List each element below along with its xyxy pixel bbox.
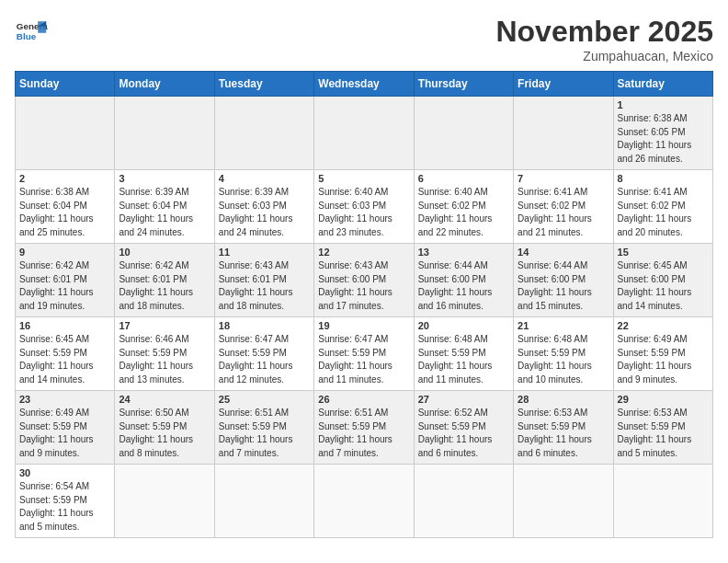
calendar-cell: 19Sunrise: 6:47 AMSunset: 5:59 PMDayligh… bbox=[314, 317, 414, 391]
day-number: 24 bbox=[119, 394, 210, 405]
day-number: 6 bbox=[418, 173, 509, 184]
calendar-cell: 13Sunrise: 6:44 AMSunset: 6:00 PMDayligh… bbox=[414, 244, 513, 317]
calendar-cell: 29Sunrise: 6:53 AMSunset: 5:59 PMDayligh… bbox=[613, 391, 712, 465]
day-info: Sunrise: 6:51 AMSunset: 5:59 PMDaylight:… bbox=[318, 407, 409, 460]
day-number: 8 bbox=[618, 173, 709, 184]
page-header: General Blue November 2025 Zumpahuacan, … bbox=[15, 15, 713, 63]
calendar-cell: 12Sunrise: 6:43 AMSunset: 6:00 PMDayligh… bbox=[314, 244, 414, 317]
calendar-cell bbox=[514, 465, 613, 538]
day-number: 13 bbox=[418, 247, 509, 258]
day-number: 15 bbox=[618, 247, 709, 258]
day-number: 16 bbox=[19, 320, 110, 331]
calendar-cell: 7Sunrise: 6:41 AMSunset: 6:02 PMDaylight… bbox=[514, 170, 613, 244]
calendar-cell: 24Sunrise: 6:50 AMSunset: 5:59 PMDayligh… bbox=[115, 391, 214, 465]
day-number: 10 bbox=[119, 247, 210, 258]
day-number: 2 bbox=[19, 173, 110, 184]
day-info: Sunrise: 6:51 AMSunset: 5:59 PMDaylight:… bbox=[219, 407, 310, 460]
calendar-cell bbox=[414, 465, 513, 538]
day-number: 11 bbox=[219, 247, 310, 258]
calendar-cell: 22Sunrise: 6:49 AMSunset: 5:59 PMDayligh… bbox=[613, 317, 712, 391]
day-info: Sunrise: 6:49 AMSunset: 5:59 PMDaylight:… bbox=[19, 407, 110, 460]
calendar-cell: 11Sunrise: 6:43 AMSunset: 6:01 PMDayligh… bbox=[214, 244, 313, 317]
day-info: Sunrise: 6:38 AMSunset: 6:04 PMDaylight:… bbox=[19, 186, 110, 239]
calendar-cell: 16Sunrise: 6:45 AMSunset: 5:59 PMDayligh… bbox=[16, 317, 115, 391]
weekday-header: Friday bbox=[514, 72, 613, 97]
month-title: November 2025 bbox=[495, 15, 713, 49]
calendar-cell: 30Sunrise: 6:54 AMSunset: 5:59 PMDayligh… bbox=[16, 465, 115, 538]
calendar-cell: 15Sunrise: 6:45 AMSunset: 6:00 PMDayligh… bbox=[613, 244, 712, 317]
day-number: 5 bbox=[318, 173, 409, 184]
calendar-cell bbox=[214, 97, 313, 170]
calendar-table: SundayMondayTuesdayWednesdayThursdayFrid… bbox=[15, 71, 713, 538]
day-info: Sunrise: 6:40 AMSunset: 6:02 PMDaylight:… bbox=[418, 186, 509, 239]
calendar-cell bbox=[514, 97, 613, 170]
calendar-cell: 18Sunrise: 6:47 AMSunset: 5:59 PMDayligh… bbox=[214, 317, 313, 391]
day-number: 7 bbox=[518, 173, 609, 184]
day-number: 25 bbox=[219, 394, 310, 405]
calendar-cell: 28Sunrise: 6:53 AMSunset: 5:59 PMDayligh… bbox=[514, 391, 613, 465]
day-number: 23 bbox=[19, 394, 110, 405]
day-info: Sunrise: 6:45 AMSunset: 5:59 PMDaylight:… bbox=[19, 333, 110, 386]
calendar-cell: 3Sunrise: 6:39 AMSunset: 6:04 PMDaylight… bbox=[115, 170, 214, 244]
day-info: Sunrise: 6:43 AMSunset: 6:01 PMDaylight:… bbox=[219, 259, 310, 313]
weekday-header: Thursday bbox=[414, 72, 513, 97]
day-info: Sunrise: 6:46 AMSunset: 5:59 PMDaylight:… bbox=[119, 333, 210, 386]
day-info: Sunrise: 6:41 AMSunset: 6:02 PMDaylight:… bbox=[518, 186, 609, 239]
calendar-cell bbox=[115, 97, 214, 170]
calendar-cell: 6Sunrise: 6:40 AMSunset: 6:02 PMDaylight… bbox=[414, 170, 513, 244]
calendar-cell: 10Sunrise: 6:42 AMSunset: 6:01 PMDayligh… bbox=[115, 244, 214, 317]
calendar-cell: 9Sunrise: 6:42 AMSunset: 6:01 PMDaylight… bbox=[16, 244, 115, 317]
day-info: Sunrise: 6:53 AMSunset: 5:59 PMDaylight:… bbox=[518, 407, 609, 460]
day-info: Sunrise: 6:42 AMSunset: 6:01 PMDaylight:… bbox=[19, 259, 110, 313]
day-number: 21 bbox=[518, 320, 609, 331]
calendar-cell: 27Sunrise: 6:52 AMSunset: 5:59 PMDayligh… bbox=[414, 391, 513, 465]
weekday-header: Tuesday bbox=[214, 72, 313, 97]
calendar-cell: 25Sunrise: 6:51 AMSunset: 5:59 PMDayligh… bbox=[214, 391, 313, 465]
calendar-cell: 23Sunrise: 6:49 AMSunset: 5:59 PMDayligh… bbox=[16, 391, 115, 465]
day-info: Sunrise: 6:39 AMSunset: 6:03 PMDaylight:… bbox=[219, 186, 310, 239]
calendar-cell bbox=[314, 465, 414, 538]
title-block: November 2025 Zumpahuacan, Mexico bbox=[495, 15, 713, 63]
calendar-cell: 14Sunrise: 6:44 AMSunset: 6:00 PMDayligh… bbox=[514, 244, 613, 317]
calendar-cell bbox=[613, 465, 712, 538]
day-info: Sunrise: 6:49 AMSunset: 5:59 PMDaylight:… bbox=[618, 333, 709, 386]
day-info: Sunrise: 6:52 AMSunset: 5:59 PMDaylight:… bbox=[418, 407, 509, 460]
logo: General Blue bbox=[15, 15, 48, 48]
day-number: 28 bbox=[518, 394, 609, 405]
weekday-header: Sunday bbox=[16, 72, 115, 97]
weekday-header: Saturday bbox=[613, 72, 712, 97]
location: Zumpahuacan, Mexico bbox=[495, 49, 713, 63]
calendar-cell: 21Sunrise: 6:48 AMSunset: 5:59 PMDayligh… bbox=[514, 317, 613, 391]
day-info: Sunrise: 6:42 AMSunset: 6:01 PMDaylight:… bbox=[119, 259, 210, 313]
logo-icon: General Blue bbox=[15, 15, 48, 48]
day-number: 14 bbox=[518, 247, 609, 258]
calendar-cell: 20Sunrise: 6:48 AMSunset: 5:59 PMDayligh… bbox=[414, 317, 513, 391]
calendar-cell bbox=[314, 97, 414, 170]
day-info: Sunrise: 6:53 AMSunset: 5:59 PMDaylight:… bbox=[618, 407, 709, 460]
day-number: 4 bbox=[219, 173, 310, 184]
day-number: 22 bbox=[618, 320, 709, 331]
day-number: 26 bbox=[318, 394, 409, 405]
calendar-cell: 26Sunrise: 6:51 AMSunset: 5:59 PMDayligh… bbox=[314, 391, 414, 465]
day-info: Sunrise: 6:44 AMSunset: 6:00 PMDaylight:… bbox=[418, 259, 509, 313]
day-info: Sunrise: 6:47 AMSunset: 5:59 PMDaylight:… bbox=[318, 333, 409, 386]
calendar-cell: 1Sunrise: 6:38 AMSunset: 6:05 PMDaylight… bbox=[613, 97, 712, 170]
day-number: 27 bbox=[418, 394, 509, 405]
day-info: Sunrise: 6:50 AMSunset: 5:59 PMDaylight:… bbox=[119, 407, 210, 460]
day-info: Sunrise: 6:40 AMSunset: 6:03 PMDaylight:… bbox=[318, 186, 409, 239]
svg-text:Blue: Blue bbox=[17, 31, 37, 41]
calendar-cell: 5Sunrise: 6:40 AMSunset: 6:03 PMDaylight… bbox=[314, 170, 414, 244]
day-number: 19 bbox=[318, 320, 409, 331]
weekday-header: Monday bbox=[115, 72, 214, 97]
day-info: Sunrise: 6:47 AMSunset: 5:59 PMDaylight:… bbox=[219, 333, 310, 386]
day-number: 29 bbox=[618, 394, 709, 405]
day-info: Sunrise: 6:43 AMSunset: 6:00 PMDaylight:… bbox=[318, 259, 409, 313]
weekday-header: Wednesday bbox=[314, 72, 414, 97]
day-number: 17 bbox=[119, 320, 210, 331]
calendar-cell bbox=[414, 97, 513, 170]
calendar-cell: 8Sunrise: 6:41 AMSunset: 6:02 PMDaylight… bbox=[613, 170, 712, 244]
day-number: 18 bbox=[219, 320, 310, 331]
day-number: 20 bbox=[418, 320, 509, 331]
day-info: Sunrise: 6:44 AMSunset: 6:00 PMDaylight:… bbox=[518, 259, 609, 313]
calendar-cell bbox=[115, 465, 214, 538]
